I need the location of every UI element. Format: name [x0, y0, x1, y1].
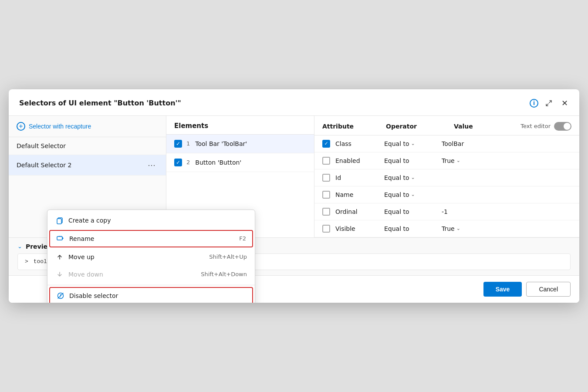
- col-header-attribute: Attribute: [322, 123, 379, 130]
- attr-operator-visible: Equal to: [384, 225, 436, 232]
- attr-row-name: Name Equal to ⌄: [314, 186, 579, 203]
- value-dropdown-visible[interactable]: ⌄: [456, 226, 460, 231]
- menu-item-movedown: Move down Shift+Alt+Down: [47, 266, 255, 283]
- element-checkbox-1[interactable]: [174, 140, 182, 148]
- attr-checkbox-visible[interactable]: [322, 225, 330, 233]
- attr-checkbox-name[interactable]: [322, 191, 330, 199]
- selector-label-2: Default Selector 2: [17, 162, 71, 169]
- expand-icon: [545, 100, 552, 107]
- info-icon[interactable]: i: [530, 99, 538, 108]
- rename-label: Rename: [69, 235, 94, 242]
- attr-name-name: Name: [335, 191, 379, 198]
- attributes-header: Attribute Operator Value Text editor: [314, 116, 579, 135]
- menu-item-copy[interactable]: Create a copy: [47, 212, 255, 229]
- attr-name-enabled: Enabled: [335, 157, 379, 164]
- attr-name-class: Class: [335, 140, 379, 147]
- preview-chevron-icon: ⌄: [17, 243, 22, 250]
- menu-item-rename[interactable]: Rename F2: [49, 230, 253, 247]
- operator-dropdown-name[interactable]: ⌄: [411, 192, 415, 197]
- moveup-icon: [55, 253, 64, 261]
- add-selector-label: Selector with recapture: [29, 123, 91, 130]
- selector-item-default[interactable]: Default Selector: [9, 137, 166, 155]
- attr-row-visible: Visible Equal to True ⌄: [314, 220, 579, 237]
- selector-label-1: Default Selector: [17, 142, 66, 149]
- element-item-1[interactable]: 1 Tool Bar 'ToolBar': [166, 135, 314, 153]
- value-dropdown-enabled[interactable]: ⌄: [456, 158, 460, 163]
- disable-label: Disable selector: [69, 292, 118, 299]
- attr-row-class: Class Equal to ⌄ ToolBar: [314, 135, 579, 152]
- text-editor-label: Text editor: [520, 123, 551, 129]
- menu-item-moveup[interactable]: Move up Shift+Alt+Up: [47, 248, 255, 266]
- left-panel: + Selector with recapture Default Select…: [9, 116, 166, 237]
- element-checkbox-2[interactable]: [174, 159, 182, 166]
- movedown-label: Move down: [68, 271, 103, 278]
- text-editor-toggle[interactable]: Text editor: [520, 122, 571, 131]
- copy-icon: [55, 216, 64, 225]
- operator-dropdown-class[interactable]: ⌄: [411, 141, 415, 146]
- svg-rect-1: [57, 219, 61, 224]
- dialog: Selectors of UI element "Button 'Button'…: [9, 89, 579, 303]
- attr-name-ordinal: Ordinal: [335, 208, 379, 215]
- attr-value-visible: True ⌄: [442, 225, 460, 232]
- header-actions: ✕: [543, 97, 571, 109]
- attr-checkbox-id[interactable]: [322, 174, 330, 182]
- menu-divider: [47, 285, 255, 285]
- expand-button[interactable]: [543, 97, 555, 109]
- attr-checkbox-ordinal[interactable]: [322, 208, 330, 216]
- element-label-2: Button 'Button': [195, 159, 241, 166]
- save-button[interactable]: Save: [483, 282, 522, 297]
- element-item-2[interactable]: 2 Button 'Button': [166, 153, 314, 172]
- attr-value-enabled: True ⌄: [442, 157, 460, 164]
- element-number-1: 1: [186, 140, 190, 147]
- element-number-2: 2: [186, 159, 190, 166]
- attr-name-visible: Visible: [335, 225, 379, 232]
- moveup-label: Move up: [68, 253, 95, 260]
- attr-name-id: Id: [335, 174, 379, 181]
- toggle-switch[interactable]: [554, 122, 571, 131]
- attr-operator-ordinal: Equal to: [384, 208, 436, 215]
- attr-row-id: Id Equal to ⌄: [314, 169, 579, 186]
- col-header-operator: Operator: [386, 123, 447, 130]
- movedown-icon: [55, 270, 64, 279]
- copy-label: Create a copy: [68, 217, 111, 224]
- col-header-value: Value: [454, 123, 514, 130]
- attr-checkbox-enabled[interactable]: [322, 157, 330, 165]
- moveup-shortcut: Shift+Alt+Up: [209, 253, 247, 260]
- dialog-title: Selectors of UI element "Button 'Button'…: [19, 99, 525, 107]
- operator-dropdown-id[interactable]: ⌄: [411, 175, 415, 180]
- rename-icon: [56, 234, 65, 243]
- movedown-shortcut: Shift+Alt+Down: [201, 271, 247, 277]
- close-button[interactable]: ✕: [558, 97, 571, 109]
- menu-item-disable[interactable]: Disable selector: [49, 287, 253, 303]
- rename-shortcut: F2: [239, 235, 246, 242]
- add-selector-button[interactable]: + Selector with recapture: [9, 116, 166, 137]
- attr-value-class: ToolBar: [442, 140, 464, 147]
- cancel-button[interactable]: Cancel: [526, 282, 571, 297]
- toggle-knob: [564, 123, 571, 130]
- attr-row-enabled: Enabled Equal to True ⌄: [314, 152, 579, 169]
- code-gt: >: [25, 258, 28, 265]
- right-panel: Attribute Operator Value Text editor Cla…: [314, 116, 579, 237]
- attr-operator-id: Equal to ⌄: [384, 174, 436, 181]
- plus-circle-icon: +: [17, 122, 25, 131]
- svg-rect-2: [57, 237, 62, 240]
- attr-value-ordinal: -1: [442, 208, 448, 215]
- disable-icon: [56, 291, 65, 300]
- attr-row-ordinal: Ordinal Equal to -1: [314, 203, 579, 220]
- elements-header: Elements: [166, 116, 314, 135]
- element-label-1: Tool Bar 'ToolBar': [195, 140, 247, 147]
- three-dot-menu-button[interactable]: ⋯: [145, 160, 158, 170]
- attr-operator-class: Equal to ⌄: [384, 140, 436, 147]
- attr-operator-enabled: Equal to: [384, 157, 436, 164]
- attr-checkbox-class[interactable]: [322, 140, 330, 148]
- attr-operator-name: Equal to ⌄: [384, 191, 436, 198]
- selector-item-default2[interactable]: Default Selector 2 ⋯: [9, 155, 166, 176]
- dialog-body: + Selector with recapture Default Select…: [9, 116, 579, 237]
- context-menu: Create a copy Rename F2: [47, 210, 255, 303]
- dialog-header: Selectors of UI element "Button 'Button'…: [9, 89, 579, 116]
